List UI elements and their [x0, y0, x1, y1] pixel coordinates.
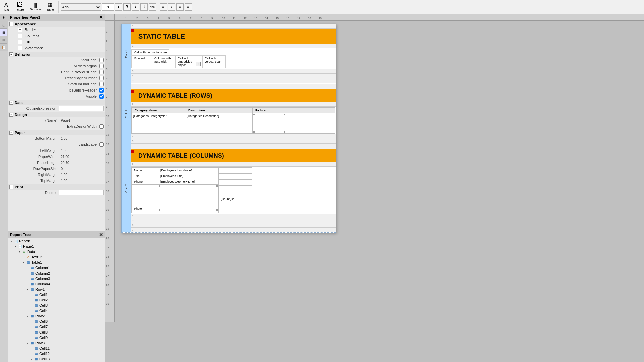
tree-expand-cell4[interactable]	[30, 309, 34, 313]
tree-item-report[interactable]: ▼📄Report	[8, 238, 105, 244]
tree-expand-table1[interactable]: ▼	[21, 260, 25, 264]
tree-label-cell7: Cell7	[39, 325, 48, 329]
startonodd-checkbox[interactable]	[99, 82, 104, 86]
side-btn-3[interactable]: ▦	[0, 29, 7, 36]
table-tool-btn[interactable]: ▦ Table	[45, 2, 56, 12]
tree-item-cell2[interactable]: ▦Cell2	[8, 297, 105, 303]
tree-expand-col2[interactable]	[25, 271, 30, 275]
tree-item-cell1[interactable]: ▦Cell1	[8, 292, 105, 297]
visible-checkbox[interactable]	[99, 94, 104, 99]
tree-item-cell12[interactable]: ▦Cell12	[8, 351, 105, 356]
mirrormargins-checkbox[interactable]	[99, 64, 104, 68]
bold-btn[interactable]: B	[123, 3, 131, 11]
tree-item-data1[interactable]: ▼⊞Data1	[8, 249, 105, 254]
resetpage-checkbox[interactable]	[99, 76, 104, 80]
fill-row[interactable]: + Fill	[8, 39, 105, 45]
text-icon: A	[4, 2, 8, 8]
appearance-header[interactable]: − Appearance	[8, 21, 105, 27]
tree-expand-cell12[interactable]	[30, 352, 34, 356]
tree-item-col3[interactable]: ▦Column3	[8, 276, 105, 281]
watermark-row[interactable]: + Watermark	[8, 45, 105, 51]
strikethrough-btn[interactable]: abc	[149, 3, 156, 11]
properties-close-btn[interactable]: ✕	[99, 15, 103, 20]
align-left-btn[interactable]: ≡	[160, 3, 167, 11]
tree-expand-row2[interactable]: ▼	[25, 314, 30, 318]
text-tool-btn[interactable]: A Text	[1, 2, 11, 12]
tree-expand-col1[interactable]	[25, 266, 30, 270]
tree-expand-cell7[interactable]	[30, 325, 34, 329]
tree-item-row2[interactable]: ▼▦Row2	[8, 313, 105, 319]
tree-item-cell8[interactable]: ▦Cell8	[8, 329, 105, 335]
report-tree-close-btn[interactable]: ✕	[99, 232, 103, 237]
tree-item-row3[interactable]: ▼▦Row3	[8, 340, 105, 346]
tree-item-page1[interactable]: ▼📄Page1	[8, 244, 105, 249]
tree-item-text12[interactable]: AText12	[8, 254, 105, 260]
tree-expand-row1[interactable]: ▼	[25, 287, 30, 291]
tree-expand-cell11[interactable]	[30, 346, 34, 350]
side-btn-1[interactable]: ✱	[0, 14, 7, 21]
printonprevious-checkbox[interactable]	[99, 70, 104, 74]
font-name-select[interactable]: Arial	[61, 3, 101, 11]
ruler-tick-13: 13	[254, 17, 257, 20]
design-group-label: Design	[15, 113, 27, 117]
tree-item-cell13[interactable]: ▼▦Cell13	[8, 356, 105, 362]
align-center-btn[interactable]: ≡	[168, 3, 175, 11]
tree-item-col1[interactable]: ▦Column1	[8, 265, 105, 270]
paper-header[interactable]: − Paper	[8, 130, 105, 135]
landscape-checkbox[interactable]	[99, 142, 104, 147]
tree-expand-page1[interactable]: ▼	[13, 244, 17, 248]
table-label: Table	[47, 8, 54, 11]
tree-item-cell11[interactable]: ▦Cell11	[8, 346, 105, 351]
duplex-input[interactable]	[59, 190, 104, 195]
align-right-btn[interactable]: ≡	[176, 3, 184, 11]
backpage-checkbox[interactable]	[99, 58, 104, 62]
italic-btn[interactable]: I	[132, 3, 139, 11]
underline-btn[interactable]: U	[140, 3, 148, 11]
barcode-tool-btn[interactable]: ||| Barcode	[28, 2, 44, 12]
tree-expand-col3[interactable]	[25, 277, 30, 281]
tree-expand-cell2[interactable]	[30, 298, 34, 302]
tree-item-cell3[interactable]: ▦Cell3	[8, 303, 105, 308]
tree-item-table1[interactable]: ▼▦Table1	[8, 260, 105, 265]
tree-expand-text12[interactable]	[21, 255, 25, 259]
tree-expand-report[interactable]: ▼	[9, 239, 13, 243]
tree-item-cell7[interactable]: ▦Cell7	[8, 324, 105, 329]
picture-tool-btn[interactable]: 🖼 Picture	[13, 2, 26, 12]
tree-item-row1[interactable]: ▼▦Row1	[8, 287, 105, 292]
border-row[interactable]: + Border	[8, 27, 105, 33]
tree-expand-cell9[interactable]	[30, 336, 34, 340]
mirrormargins-row: MirrorMargins	[8, 63, 105, 69]
data-header[interactable]: − Data	[8, 100, 105, 105]
behavior-header[interactable]: − Behavior	[8, 52, 105, 57]
tree-expand-col4[interactable]	[25, 282, 30, 286]
tree-expand-cell8[interactable]	[30, 330, 34, 334]
outlineexpr-input[interactable]	[59, 106, 104, 111]
print-header[interactable]: − Print	[8, 184, 105, 190]
v-ruler-tick-3: 3	[106, 49, 107, 52]
tree-expand-cell6[interactable]	[30, 319, 34, 323]
tree-item-cell4[interactable]: ▦Cell4	[8, 308, 105, 313]
tree-item-cell6[interactable]: ▦Cell6	[8, 319, 105, 324]
titlebeforeheader-checkbox[interactable]	[99, 88, 104, 93]
tree-expand-data1[interactable]: ▼	[17, 250, 21, 254]
tree-item-col4[interactable]: ▦Column4	[8, 281, 105, 287]
tree-item-cell9[interactable]: ▦Cell9	[8, 335, 105, 340]
font-increase-btn[interactable]: ▲	[115, 3, 122, 11]
canvas-area[interactable]: 12345678910111213141516171819 1234567891…	[105, 14, 644, 362]
tree-expand-cell13[interactable]: ▼	[30, 357, 34, 361]
prop-group-print: − Print Duplex	[8, 184, 105, 196]
tree-expand-row3[interactable]: ▼	[25, 341, 30, 345]
appearance-expand-icon: −	[9, 22, 13, 26]
tree-expand-cell1[interactable]	[30, 293, 34, 297]
columns-row[interactable]: + Columns	[8, 33, 105, 39]
tree-expand-cell3[interactable]	[30, 303, 34, 307]
font-size-input[interactable]	[102, 3, 114, 11]
align-justify-btn[interactable]: ≡	[185, 3, 192, 11]
extradesignwidth-name: ExtraDesignWidth	[15, 124, 99, 128]
tree-item-col2[interactable]: ▦Column2	[8, 270, 105, 276]
extradesignwidth-checkbox[interactable]	[99, 124, 104, 129]
side-btn-2[interactable]: ⬚	[0, 21, 7, 29]
design-header[interactable]: − Design	[8, 112, 105, 117]
side-btn-4[interactable]: ⊞	[0, 36, 7, 44]
side-btn-5[interactable]: 📋	[0, 44, 7, 51]
